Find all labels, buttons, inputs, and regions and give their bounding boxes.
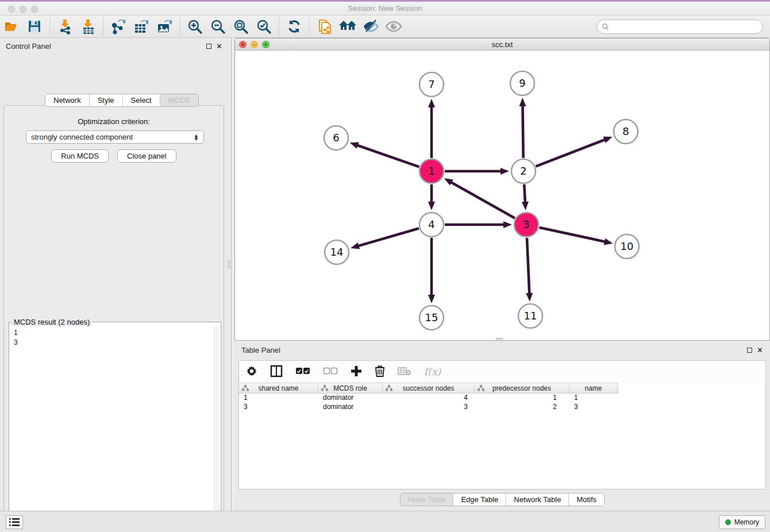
- task-history-button[interactable]: [6, 515, 23, 529]
- horizontal-splitter-handle[interactable]: [496, 338, 503, 341]
- delete-column-button[interactable]: [375, 365, 385, 379]
- mcds-result-text[interactable]: 13: [10, 327, 220, 532]
- export-image-icon: [156, 18, 172, 34]
- column-header-successor-nodes[interactable]: successor nodes: [383, 383, 475, 393]
- apply-layout-button[interactable]: [283, 17, 306, 36]
- zoom-selected-button[interactable]: [252, 17, 275, 36]
- table-cell[interactable]: dominator: [318, 403, 383, 412]
- table-cell[interactable]: 4: [383, 394, 475, 403]
- float-panel-icon[interactable]: [206, 44, 211, 49]
- column-header-mcds-role[interactable]: MCDS role: [318, 383, 383, 393]
- node-label-14: 14: [330, 246, 344, 258]
- clone-network-button[interactable]: [313, 17, 336, 36]
- close-panel-button[interactable]: Close panel: [117, 149, 176, 163]
- node-label-11: 11: [524, 310, 537, 322]
- table-cell[interactable]: 1: [569, 394, 618, 403]
- network-graph[interactable]: 7968124314101511: [235, 51, 770, 341]
- app-title: Session: New Session: [0, 4, 770, 13]
- search-box[interactable]: [596, 20, 763, 34]
- table-cell[interactable]: 2: [475, 403, 569, 412]
- tab-node-table[interactable]: Node Table: [401, 494, 454, 506]
- mcds-tab-content: Optimization criterion: strongly connect…: [3, 105, 224, 532]
- result-line: 1: [14, 328, 220, 338]
- show-all-button[interactable]: [382, 17, 405, 36]
- edge-2-3[interactable]: [524, 184, 525, 203]
- table-cell[interactable]: 3: [239, 403, 318, 412]
- function-builder-button[interactable]: f(x): [424, 366, 441, 377]
- edge-1-6[interactable]: [357, 145, 419, 167]
- search-input[interactable]: [612, 21, 763, 33]
- add-column-button[interactable]: [351, 365, 362, 379]
- network-window-title: scc.txt: [235, 40, 769, 49]
- edge-3-10[interactable]: [539, 228, 605, 242]
- table-cell[interactable]: 1: [475, 394, 569, 403]
- memory-button[interactable]: Memory: [719, 515, 765, 529]
- eye-slash-icon: [362, 19, 379, 34]
- control-panel-title: Control Panel: [6, 42, 51, 51]
- edge-3-11[interactable]: [527, 238, 529, 294]
- open-session-button[interactable]: [0, 17, 23, 36]
- node-label-9: 9: [519, 77, 525, 89]
- table-cell[interactable]: dominator: [318, 394, 383, 403]
- tab-motifs[interactable]: Motifs: [569, 494, 604, 506]
- status-bar: Memory: [0, 511, 770, 532]
- tab-network-table[interactable]: Network Table: [506, 494, 569, 506]
- float-table-panel-icon[interactable]: [747, 348, 752, 353]
- select-all-button[interactable]: [295, 367, 310, 377]
- toolbar-separator: [103, 18, 103, 35]
- criterion-select[interactable]: strongly connected component ▲▼: [26, 130, 204, 144]
- export-table-button[interactable]: [130, 17, 153, 36]
- node-label-2: 2: [520, 165, 526, 177]
- vertical-splitter[interactable]: [231, 38, 232, 511]
- table-cell[interactable]: 3: [383, 403, 475, 412]
- hide-selected-button[interactable]: [359, 17, 382, 36]
- hierarchy-icon: [386, 385, 392, 391]
- delete-table-button[interactable]: [398, 367, 411, 377]
- node-label-15: 15: [425, 311, 438, 323]
- export-network-button[interactable]: [107, 17, 130, 36]
- import-network-button[interactable]: [53, 17, 76, 36]
- run-mcds-button[interactable]: Run MCDS: [51, 149, 109, 163]
- close-panel-icon[interactable]: ✕: [216, 43, 222, 50]
- column-header-predecessor-nodes[interactable]: predecessor nodes: [475, 383, 569, 393]
- edge-4-14[interactable]: [357, 228, 418, 246]
- edge-3-1[interactable]: [451, 182, 515, 218]
- save-session-button[interactable]: [23, 17, 46, 36]
- table-options-gear-button[interactable]: [246, 365, 257, 379]
- column-selector-button[interactable]: [270, 365, 283, 379]
- tab-mcds[interactable]: MCDS: [160, 94, 198, 106]
- table-cell[interactable]: 1: [239, 394, 318, 403]
- tab-network[interactable]: Network: [45, 94, 90, 106]
- control-panel: Control Panel ✕ Network Style Select MCD…: [0, 38, 228, 511]
- import-table-button[interactable]: [76, 17, 99, 36]
- network-window-titlebar[interactable]: ✕ − + scc.txt: [235, 38, 769, 51]
- edge-2-8[interactable]: [536, 140, 605, 167]
- network-canvas[interactable]: 7968124314101511: [235, 51, 770, 341]
- column-header-shared-name[interactable]: shared name: [239, 383, 318, 393]
- export-image-button[interactable]: [153, 17, 176, 36]
- table-row[interactable]: 3dominator323: [239, 403, 619, 412]
- result-scrollbar[interactable]: [214, 327, 220, 532]
- home-button[interactable]: [336, 17, 359, 36]
- zoom-out-button[interactable]: [206, 17, 229, 36]
- close-table-panel-icon[interactable]: ✕: [757, 346, 763, 354]
- tab-select[interactable]: Select: [123, 94, 160, 106]
- tab-edge-table[interactable]: Edge Table: [453, 494, 506, 506]
- node-label-10: 10: [621, 240, 634, 252]
- edge-2-9[interactable]: [522, 105, 523, 158]
- edge-arrowhead: [351, 242, 360, 249]
- node-label-3: 3: [523, 218, 529, 230]
- toolbar-separator: [179, 18, 180, 35]
- mcds-result-box: MCDS result (2 nodes) 13: [9, 322, 221, 532]
- zoom-in-button[interactable]: [183, 17, 206, 36]
- tab-style[interactable]: Style: [90, 94, 123, 106]
- zoom-fit-button[interactable]: [229, 17, 252, 36]
- table-cell[interactable]: 3: [569, 403, 618, 412]
- export-network-icon: [110, 18, 126, 34]
- vertical-splitter-handle[interactable]: [228, 260, 232, 268]
- deselect-all-button[interactable]: [323, 367, 338, 377]
- column-header-name[interactable]: name: [569, 383, 618, 393]
- table-row[interactable]: 1dominator411: [239, 394, 619, 403]
- table-panel-tabs: Node Table Edge Table Network Table Moti…: [400, 493, 605, 506]
- edge-arrowhead: [522, 202, 529, 210]
